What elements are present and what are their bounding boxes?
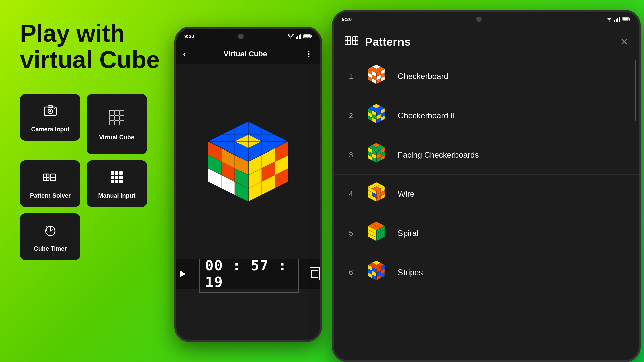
pattern-name: Checkerboard [398, 72, 448, 81]
svg-rect-27 [115, 180, 118, 183]
svg-point-87 [609, 21, 610, 22]
svg-rect-94 [623, 18, 629, 21]
close-button[interactable]: ✕ [620, 36, 628, 47]
svg-rect-13 [120, 121, 124, 125]
pattern-number: 4. [345, 190, 355, 198]
svg-rect-20 [111, 171, 114, 175]
timer-bar: 00 : 57 : 19 [176, 259, 320, 289]
phone1-time: 9:30 [184, 34, 194, 39]
phone1-status-bar: 9:30 [176, 29, 320, 44]
svg-rect-21 [115, 171, 118, 175]
pattern-solver-label: Pattern Solver [30, 192, 71, 199]
pattern-item[interactable]: 2. Ch [334, 96, 639, 135]
svg-rect-89 [616, 19, 617, 22]
hero-line2: virtual Cube [20, 47, 160, 73]
camera-icon [43, 104, 58, 121]
patterns-header: Patterns ✕ [334, 27, 639, 57]
more-options-icon[interactable]: ⋮ [305, 49, 313, 59]
svg-rect-33 [299, 35, 300, 39]
svg-rect-12 [115, 121, 119, 125]
hero-text: Play with virtual Cube [20, 20, 160, 73]
pattern-item[interactable]: 4. Wi [334, 175, 639, 214]
svg-point-30 [290, 38, 291, 39]
pattern-name: Stripes [398, 268, 423, 277]
svg-rect-34 [300, 34, 301, 39]
phone-2-mockup: 9:30 [332, 10, 641, 362]
svg-rect-91 [619, 17, 620, 22]
svg-rect-7 [120, 110, 124, 115]
phone2-status-bar: 9:30 [334, 12, 639, 27]
pattern-name: Checkerboard II [398, 111, 455, 120]
svg-rect-9 [115, 116, 119, 120]
pattern-number: 1. [345, 72, 355, 81]
svg-point-2 [49, 110, 51, 112]
virtual-cube-button[interactable]: Virtual Cube [87, 94, 147, 154]
pattern-name: Spiral [398, 229, 418, 238]
svg-rect-32 [297, 36, 298, 39]
pattern-cube-icon [363, 181, 390, 207]
phone1-camera-notch [238, 34, 244, 39]
battery-icon [303, 34, 312, 39]
rubiks-cube-svg [198, 111, 299, 212]
pattern-number: 6. [345, 268, 355, 277]
svg-rect-10 [120, 116, 124, 120]
phone2-status-icons [606, 17, 631, 22]
pattern-item[interactable]: 5. Sp [334, 214, 639, 253]
svg-rect-88 [614, 20, 615, 22]
phone-1-mockup: 9:30 ‹ Virtual Cube ⋮ [174, 27, 322, 342]
patterns-title: Patterns [365, 35, 613, 48]
cube-timer-label: Cube Timer [34, 245, 67, 252]
pattern-solver-button[interactable]: Pattern Solver [20, 160, 80, 207]
pattern-item[interactable]: 6. St [334, 253, 639, 292]
pattern-items-container: 1. Ch [334, 57, 639, 292]
pattern-item[interactable]: 1. Ch [334, 57, 639, 96]
svg-rect-8 [109, 116, 114, 120]
pattern-name: Facing Checkerboards [398, 150, 479, 160]
battery-icon-2 [622, 17, 631, 22]
manual-input-button[interactable]: Manual Input [87, 160, 147, 207]
pattern-name: Wire [398, 189, 414, 199]
svg-rect-24 [115, 176, 118, 179]
camera-input-button[interactable]: Camera Input [20, 94, 80, 141]
pattern-item[interactable]: 3. Fa [334, 135, 639, 175]
svg-rect-25 [119, 176, 123, 179]
svg-rect-37 [304, 35, 310, 38]
svg-rect-11 [109, 121, 114, 125]
signal-icon [296, 34, 301, 39]
svg-rect-86 [311, 270, 318, 277]
patterns-header-icon [345, 35, 358, 49]
phone1-app-bar: ‹ Virtual Cube ⋮ [176, 44, 320, 64]
svg-rect-36 [311, 35, 312, 37]
svg-rect-5 [109, 110, 114, 115]
svg-rect-23 [111, 176, 114, 179]
stop-icon [311, 270, 318, 278]
stop-button[interactable] [310, 267, 320, 280]
manual-input-label: Manual Input [98, 192, 136, 199]
play-icon [178, 269, 187, 279]
svg-rect-93 [629, 18, 630, 20]
pattern-cube-icon [363, 141, 390, 168]
cube-timer-button[interactable]: Cube Timer [20, 213, 80, 260]
timer-icon [43, 223, 58, 241]
phone2-time: 9:30 [342, 17, 352, 22]
phone1-status-icons [288, 34, 312, 39]
phone2-camera-notch [476, 17, 482, 22]
svg-marker-85 [180, 270, 186, 277]
wifi-icon [288, 34, 294, 39]
svg-point-4 [54, 108, 55, 109]
cube-display-area [176, 64, 320, 259]
svg-rect-6 [115, 110, 119, 115]
grid-icon [109, 170, 124, 188]
phone1-app-title: Virtual Cube [192, 50, 299, 58]
patterns-list: 1. Ch [334, 57, 639, 292]
pattern-cube-icon [363, 63, 390, 90]
pattern-number: 2. [345, 111, 355, 120]
pattern-number: 5. [345, 229, 355, 238]
pattern-cube-icon [363, 220, 390, 247]
scroll-bar[interactable] [635, 60, 636, 121]
play-button[interactable] [176, 266, 188, 281]
pattern-cube-icon [363, 102, 390, 129]
back-arrow-icon[interactable]: ‹ [183, 49, 186, 59]
pattern-cube-icon [363, 259, 390, 286]
svg-rect-28 [119, 180, 123, 183]
